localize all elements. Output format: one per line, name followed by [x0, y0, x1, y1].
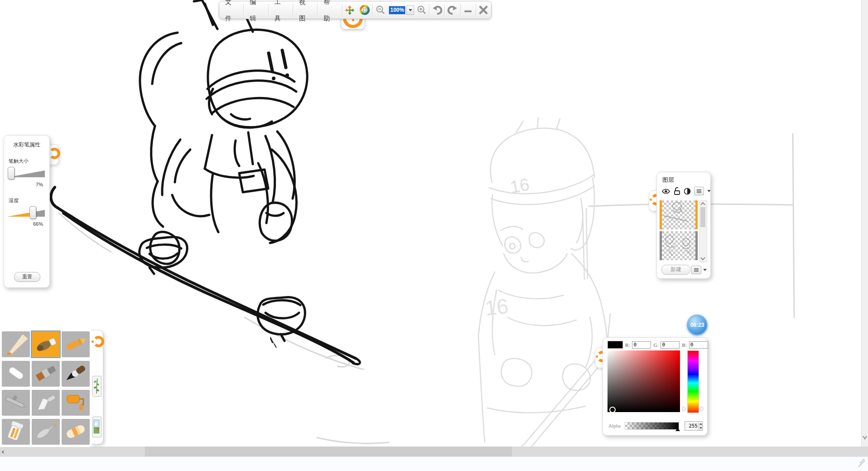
down-arrow-icon — [699, 427, 702, 429]
tool-paint-jar[interactable] — [2, 419, 30, 445]
scroll-left-arrow-icon[interactable]: ‹ — [2, 447, 4, 455]
toolbar-collapse-handle[interactable] — [341, 18, 365, 29]
brush-size-slider-thumb[interactable] — [8, 167, 14, 180]
saturation-value-square[interactable] — [608, 350, 680, 412]
tool-palette-knife[interactable] — [32, 390, 60, 416]
alpha-marker[interactable] — [675, 427, 680, 431]
layers-options-button[interactable] — [691, 266, 701, 274]
eye-icon[interactable] — [661, 188, 670, 194]
scroll-down-arrow-icon[interactable] — [862, 435, 868, 440]
menu-help[interactable]: 帮助 — [318, 0, 342, 26]
horizontal-scrollbar-thumb[interactable] — [145, 447, 512, 456]
session-timer-badge[interactable]: 06:23 — [687, 315, 708, 335]
tool-watercolor-brush-selected[interactable] — [31, 330, 61, 358]
alpha-down-button[interactable] — [699, 426, 702, 431]
brush-size-slider[interactable] — [7, 166, 47, 182]
layer-row-2[interactable] — [660, 231, 698, 260]
layers-panel: 图层 — [656, 172, 711, 279]
main-toolbar: 文件 编辑 工具 视图 帮助 100% — [219, 1, 492, 19]
zoom-level-field[interactable]: 100% — [389, 6, 405, 15]
tool-crayon[interactable] — [62, 331, 90, 357]
contrast-icon[interactable] — [684, 188, 691, 195]
undo-button[interactable] — [429, 3, 444, 17]
menu-edit[interactable]: 编辑 — [244, 0, 268, 26]
color-ring-button[interactable] — [357, 3, 372, 17]
color-picker-panel: R: G: B: Alpha — [603, 337, 708, 436]
zoom-out-button[interactable] — [373, 3, 388, 17]
layers-scrollbar[interactable] — [699, 200, 707, 262]
tool-eraser[interactable] — [62, 419, 90, 445]
orange-handle-dot — [596, 355, 598, 358]
tool-quill-brush[interactable] — [32, 419, 60, 445]
orange-handle-icon[interactable] — [93, 336, 104, 347]
b-input[interactable] — [689, 341, 708, 349]
r-label: R: — [625, 342, 630, 348]
move-tool-button[interactable] — [342, 3, 357, 17]
scroll-up-icon[interactable] — [700, 202, 706, 206]
plant-stamp-button[interactable] — [92, 376, 101, 397]
layer-menu-dropdown-icon[interactable] — [707, 190, 711, 192]
hue-marker-right[interactable] — [699, 407, 703, 411]
alpha-slider[interactable] — [625, 422, 679, 430]
r-input[interactable] — [632, 341, 651, 349]
tool-paint-roller[interactable] — [62, 390, 90, 416]
tool-chalk[interactable] — [2, 361, 30, 387]
snowboarder-ink-drawing — [51, 0, 360, 364]
wetness-slider[interactable] — [7, 206, 47, 221]
layer-menu-button[interactable] — [694, 187, 704, 195]
zoom-dropdown-button[interactable] — [406, 5, 414, 15]
brush-size-label: 笔触大小 — [9, 158, 49, 165]
unlock-icon[interactable] — [674, 187, 680, 195]
redo-icon — [447, 5, 458, 15]
palette-grid — [0, 329, 92, 447]
close-button[interactable] — [476, 3, 491, 17]
orange-handle-icon — [49, 148, 60, 159]
hue-marker-left[interactable] — [683, 407, 686, 411]
minimize-button[interactable] — [461, 3, 476, 17]
vertical-scrollbar[interactable] — [861, 0, 868, 447]
tool-ink-brush[interactable] — [62, 361, 90, 387]
menu-tools[interactable]: 工具 — [269, 0, 293, 26]
reset-button[interactable]: 重置 — [14, 272, 40, 282]
zoom-in-button[interactable] — [414, 3, 429, 17]
list-icon — [694, 268, 699, 272]
undo-icon — [431, 5, 443, 15]
redo-button[interactable] — [445, 3, 460, 17]
horizontal-scrollbar[interactable]: ‹ — [0, 447, 868, 456]
tool-oil-brush[interactable] — [32, 361, 60, 387]
hue-strip[interactable] — [687, 350, 699, 413]
zoom-dropdown-icon — [409, 9, 412, 11]
g-label: G: — [653, 342, 658, 348]
wetness-slider-thumb[interactable] — [29, 206, 36, 219]
orange-handle-dot — [352, 19, 354, 21]
alpha-value-input[interactable] — [685, 422, 699, 430]
wetness-label: 湿度 — [9, 197, 49, 204]
drawing-canvas[interactable]: 16 16 — [0, 0, 868, 471]
pen-cursor — [270, 336, 276, 348]
alpha-spinner — [685, 421, 703, 431]
scroll-down-icon[interactable] — [700, 257, 706, 261]
menu-view[interactable]: 视图 — [293, 0, 317, 26]
g-input[interactable] — [661, 341, 680, 349]
tool-airbrush[interactable] — [2, 390, 30, 416]
orange-handle-dot — [92, 340, 94, 343]
menu-file[interactable]: 文件 — [219, 0, 243, 26]
tool-pencil[interactable] — [2, 331, 30, 357]
picture-stamp-button[interactable] — [92, 417, 101, 437]
minimize-icon — [463, 5, 473, 15]
hockey-jersey-number: 16 — [484, 294, 509, 320]
wetness-track — [7, 206, 46, 219]
alpha-up-button[interactable] — [699, 422, 702, 426]
picture-stamp-icon — [93, 417, 100, 436]
new-layer-button[interactable]: 新建 — [661, 265, 690, 275]
alpha-gradient — [625, 422, 679, 429]
layers-scrollbar-thumb[interactable] — [700, 207, 705, 227]
color-cursor[interactable] — [609, 407, 616, 413]
orange-handle-dot — [650, 199, 652, 201]
current-color-swatch[interactable] — [608, 341, 623, 349]
layer-row-1-active[interactable] — [660, 200, 698, 229]
list-icon — [696, 189, 702, 193]
layers-options-dropdown-icon[interactable] — [703, 269, 707, 271]
move-tool-icon — [344, 5, 355, 15]
wetness-value: 66% — [4, 221, 43, 227]
